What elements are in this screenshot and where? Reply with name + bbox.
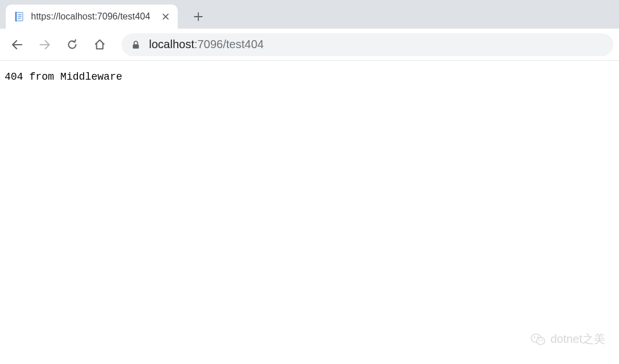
url-text: localhost:7096/test404	[149, 38, 264, 51]
tab-strip: https://localhost:7096/test404	[0, 0, 619, 29]
svg-point-17	[542, 339, 543, 340]
watermark-text: dotnet之美	[550, 331, 605, 347]
url-host: localhost	[149, 38, 194, 50]
address-bar[interactable]: localhost:7096/test404	[122, 33, 613, 56]
wechat-icon	[531, 332, 546, 347]
svg-point-16	[539, 339, 540, 340]
browser-chrome-header: https://localhost:7096/test404	[0, 0, 619, 61]
url-path: :7096/test404	[194, 38, 264, 50]
back-button[interactable]	[6, 33, 29, 56]
new-tab-button[interactable]	[188, 6, 209, 27]
svg-rect-11	[133, 44, 139, 49]
watermark: dotnet之美	[531, 331, 605, 347]
browser-toolbar: localhost:7096/test404	[0, 29, 619, 61]
svg-point-14	[534, 336, 536, 338]
response-text: 404 from Middleware	[5, 71, 122, 83]
forward-button[interactable]	[33, 33, 56, 56]
svg-point-15	[537, 336, 539, 338]
home-button[interactable]	[88, 33, 111, 56]
tab-title: https://localhost:7096/test404	[31, 11, 155, 22]
tab-favicon-icon	[14, 11, 25, 22]
svg-rect-1	[15, 12, 17, 22]
tab-close-button[interactable]	[160, 11, 171, 22]
browser-tab[interactable]: https://localhost:7096/test404	[6, 5, 178, 29]
lock-icon	[131, 40, 141, 50]
reload-button[interactable]	[61, 33, 84, 56]
svg-point-12	[531, 334, 541, 342]
svg-point-13	[537, 337, 545, 344]
page-body: 404 from Middleware	[0, 61, 619, 93]
